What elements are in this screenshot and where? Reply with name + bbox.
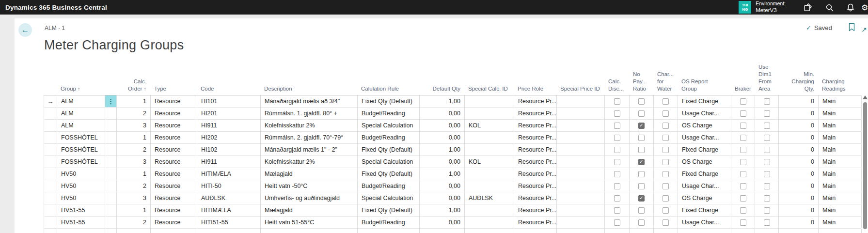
- cell-default_qty[interactable]: 1,00: [420, 204, 465, 216]
- cell-calc_disc[interactable]: [605, 204, 630, 216]
- cell-code[interactable]: HITIMÆLA: [197, 168, 261, 180]
- cell-min_charging_qty[interactable]: 0: [779, 120, 819, 131]
- cell-charging_readings[interactable]: Main: [819, 217, 862, 228]
- checkbox-char_for_water[interactable]: [663, 123, 669, 129]
- cell-no_pay_ratio[interactable]: [630, 217, 654, 228]
- cell-no_pay_ratio[interactable]: [630, 95, 654, 107]
- cell-selector[interactable]: [44, 144, 57, 155]
- cell-special_calc_id[interactable]: KOL: [465, 120, 514, 131]
- col-header-selector[interactable]: [44, 93, 57, 95]
- cell-price_role[interactable]: Resource Pr...: [514, 168, 557, 180]
- cell-calc_disc[interactable]: [605, 156, 630, 168]
- checkbox-char_for_water[interactable]: [663, 147, 669, 153]
- cell-use_dim1_from_area[interactable]: [755, 168, 779, 180]
- cell-default_qty[interactable]: 0,00: [420, 180, 465, 192]
- cell-special_calc_id[interactable]: KOL: [465, 156, 514, 168]
- cell-price_role[interactable]: Resource Pr...: [514, 132, 557, 143]
- cell-calc_disc[interactable]: [605, 132, 630, 143]
- checkbox-no_pay_ratio[interactable]: [638, 171, 645, 177]
- cell-code[interactable]: HI102: [197, 144, 261, 155]
- checkbox-use_dim1_from_area[interactable]: [764, 183, 770, 189]
- cell-use_dim1_from_area[interactable]: [755, 204, 779, 216]
- cell-calc_disc[interactable]: [605, 192, 630, 204]
- checkbox-no_pay_ratio[interactable]: ✓: [638, 123, 645, 129]
- cell-calc_disc[interactable]: [605, 180, 630, 192]
- scrollbar-thumb[interactable]: [863, 102, 867, 229]
- checkbox-no_pay_ratio[interactable]: [638, 147, 645, 153]
- cell-calc_order[interactable]: 3: [117, 120, 151, 131]
- cell-type[interactable]: Resource: [151, 108, 197, 119]
- app-brand[interactable]: Dynamics 365 Business Central: [5, 4, 107, 11]
- settings-gear-icon[interactable]: ⚙: [861, 0, 868, 15]
- col-header-charging_readings[interactable]: Charging Readings: [818, 78, 861, 95]
- cell-no_pay_ratio[interactable]: ✓: [630, 192, 654, 204]
- checkbox-braker[interactable]: [740, 159, 746, 165]
- cell-char_for_water[interactable]: [654, 192, 678, 204]
- cell-char_for_water[interactable]: [654, 168, 678, 180]
- apps-icon[interactable]: [797, 0, 819, 15]
- cell-row_menu[interactable]: [105, 120, 117, 131]
- cell-charging_readings[interactable]: Main: [819, 95, 862, 107]
- cell-special_price_id[interactable]: [557, 95, 605, 107]
- cell-os_report_group[interactable]: Fixed Charge: [678, 95, 731, 107]
- checkbox-no_pay_ratio[interactable]: [638, 98, 645, 105]
- cell-selector[interactable]: [44, 192, 57, 204]
- checkbox-calc_disc[interactable]: [614, 110, 620, 117]
- breadcrumb[interactable]: ALM · 1: [45, 25, 65, 31]
- checkbox-braker[interactable]: [740, 123, 746, 129]
- cell-special_calc_id[interactable]: [465, 132, 514, 143]
- cell-no_pay_ratio[interactable]: [630, 180, 654, 192]
- checkbox-use_dim1_from_area[interactable]: [764, 135, 770, 141]
- cell-use_dim1_from_area[interactable]: [755, 156, 779, 168]
- cell-os_report_group[interactable]: Usage Char...: [678, 180, 731, 192]
- cell-group[interactable]: FOSSHÓTEL: [57, 156, 105, 168]
- checkbox-use_dim1_from_area[interactable]: [764, 98, 770, 105]
- checkbox-no_pay_ratio[interactable]: [638, 110, 645, 117]
- cell-braker[interactable]: [731, 204, 755, 216]
- cell-char_for_water[interactable]: [654, 156, 678, 168]
- cell-braker[interactable]: [731, 132, 755, 143]
- cell-no_pay_ratio[interactable]: ✓: [630, 156, 654, 168]
- cell-type[interactable]: Resource: [151, 180, 197, 192]
- cell-braker[interactable]: [731, 180, 755, 192]
- bookmark-icon[interactable]: [849, 23, 855, 33]
- cell-char_for_water[interactable]: [654, 217, 678, 228]
- col-header-calc_order[interactable]: Calc. Order ↑: [116, 78, 150, 95]
- cell-calculation_rule[interactable]: Budget/Reading: [358, 217, 420, 228]
- cell-calc_order[interactable]: 1: [117, 204, 151, 216]
- cell-row_menu[interactable]: [105, 192, 117, 204]
- cell-price_role[interactable]: Resource Pr...: [514, 192, 557, 204]
- cell-default_qty[interactable]: 1,00: [420, 144, 465, 155]
- checkbox-char_for_water[interactable]: [663, 110, 669, 117]
- cell-description[interactable]: Heitt vatn -50°C: [261, 180, 358, 192]
- cell-description[interactable]: Mælagjald: [261, 168, 358, 180]
- cell-charging_readings[interactable]: Main: [819, 120, 862, 131]
- cell-code[interactable]: HI202: [197, 132, 261, 143]
- expand-icon[interactable]: ↗: [861, 26, 867, 33]
- cell-os_report_group[interactable]: Usage Char...: [678, 132, 731, 143]
- cell-charging_readings[interactable]: Main: [819, 204, 862, 216]
- cell-os_report_group[interactable]: OS Charge: [678, 120, 731, 131]
- cell-selector[interactable]: [44, 132, 57, 143]
- cell-no_pay_ratio[interactable]: [630, 144, 654, 155]
- col-header-special_price_id[interactable]: Special Price ID: [556, 85, 604, 95]
- cell-char_for_water[interactable]: [654, 132, 678, 143]
- checkbox-use_dim1_from_area[interactable]: [764, 123, 770, 129]
- cell-selector[interactable]: [44, 217, 57, 228]
- cell-no_pay_ratio[interactable]: [630, 132, 654, 143]
- cell-default_qty[interactable]: 0,00: [420, 108, 465, 119]
- cell-price_role[interactable]: Resource Pr...: [514, 156, 557, 168]
- cell-selector[interactable]: [44, 120, 57, 131]
- row-menu-icon[interactable]: ⋮: [105, 95, 117, 107]
- cell-charging_readings[interactable]: Main: [819, 144, 862, 155]
- cell-type[interactable]: Resource: [151, 217, 197, 228]
- checkbox-no_pay_ratio[interactable]: ✓: [638, 159, 645, 165]
- checkbox-braker[interactable]: [740, 110, 746, 117]
- checkbox-no_pay_ratio[interactable]: ✓: [638, 195, 645, 202]
- checkbox-braker[interactable]: [740, 219, 746, 226]
- col-header-min_charging_qty[interactable]: Min. Charging Qty.: [778, 71, 818, 95]
- checkbox-calc_disc[interactable]: [614, 195, 620, 202]
- cell-calc_order[interactable]: 2: [117, 144, 151, 155]
- cell-default_qty[interactable]: 1,00: [420, 95, 465, 107]
- cell-default_qty[interactable]: 0,00: [420, 156, 465, 168]
